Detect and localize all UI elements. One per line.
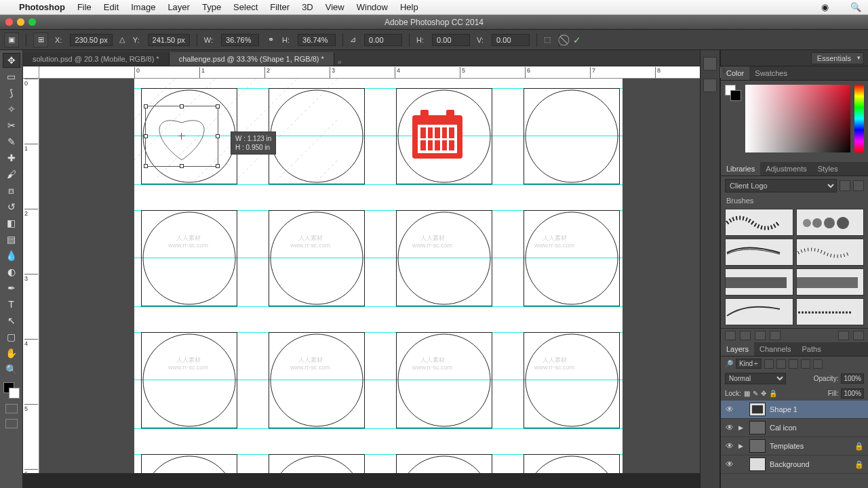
dodge-tool[interactable]: ◐ — [3, 264, 20, 279]
brush-preset-5[interactable] — [725, 268, 793, 296]
color-field[interactable] — [745, 85, 850, 152]
tab-paths[interactable]: Paths — [797, 342, 827, 356]
fill-field[interactable]: 100% — [841, 388, 864, 399]
layer-name[interactable]: Background — [770, 460, 850, 468]
lock-position-icon[interactable]: ✥ — [761, 390, 766, 397]
y-field[interactable]: 241.50 px — [148, 34, 190, 46]
menu-help[interactable]: Help — [400, 2, 418, 12]
brush-preset-6[interactable] — [796, 268, 865, 296]
filter-adjust-icon[interactable] — [776, 359, 786, 369]
x-field[interactable]: 230.50 px — [70, 34, 112, 46]
menu-edit[interactable]: Edit — [104, 2, 119, 12]
blend-mode-dropdown[interactable]: Normal — [725, 373, 786, 384]
menu-filter[interactable]: Filter — [270, 2, 290, 12]
lib-info-icon[interactable] — [838, 331, 849, 340]
brush-preset-1[interactable] — [725, 209, 793, 236]
filter-shape-icon[interactable] — [801, 359, 810, 369]
gradient-tool[interactable]: ▤ — [3, 232, 20, 247]
reference-point-icon[interactable]: ⊞ — [33, 33, 48, 47]
brush-preset-7[interactable] — [725, 298, 793, 325]
delta-icon[interactable]: △ — [119, 35, 125, 44]
menu-3d[interactable]: 3D — [302, 2, 313, 12]
stamp-tool[interactable]: ⧈ — [3, 183, 20, 198]
menu-app[interactable]: Photoshop — [19, 2, 65, 12]
lib-add-char-icon[interactable] — [740, 331, 751, 340]
blur-tool[interactable]: 💧 — [3, 248, 20, 263]
canvas-viewport[interactable]: www.rr-sc.com — [39, 79, 700, 473]
opacity-field[interactable]: 100% — [841, 373, 864, 384]
tab-overflow-icon[interactable]: » — [334, 58, 345, 66]
magic-wand-tool[interactable]: ✧ — [3, 102, 20, 117]
hue-slider[interactable] — [854, 85, 864, 152]
lib-add-color-icon[interactable] — [755, 331, 766, 340]
transform-tool-icon[interactable]: ▣ — [4, 33, 19, 47]
layer-thumbnail[interactable] — [749, 458, 766, 471]
layer-name[interactable]: Cal icon — [770, 424, 864, 432]
layer-row[interactable]: 👁▶Templates🔒 — [721, 437, 868, 455]
library-dropdown[interactable]: Client Logo — [725, 179, 837, 192]
healing-tool[interactable]: ✚ — [3, 150, 20, 165]
layer-filter-kind[interactable]: Kind ÷ — [736, 359, 762, 369]
zoom-tool[interactable]: 🔍 — [3, 362, 20, 377]
h-field[interactable]: 36.74% — [298, 34, 336, 46]
crop-tool[interactable]: ✂ — [3, 118, 20, 133]
pen-tool[interactable]: ✒ — [3, 281, 20, 296]
library-grid-view-button[interactable] — [840, 180, 850, 191]
ruler-vertical[interactable]: 0123456 — [23, 79, 39, 473]
lib-add-layer-icon[interactable] — [770, 331, 781, 340]
tab-solution[interactable]: solution.psd @ 20.3 (Mobile, RGB/8) * — [23, 52, 170, 66]
visibility-toggle[interactable]: 👁 — [725, 460, 734, 469]
ruler-horizontal[interactable]: 0123456789 — [39, 66, 700, 79]
w-field[interactable]: 36.76% — [221, 34, 259, 46]
commit-transform-button[interactable]: ✓ — [573, 35, 581, 45]
marquee-tool[interactable]: ▭ — [3, 69, 20, 84]
quickmask-toggle[interactable] — [5, 404, 18, 413]
lasso-tool[interactable]: ⟆ — [3, 85, 20, 100]
tab-channels[interactable]: Channels — [754, 342, 796, 356]
lock-all-icon[interactable]: 🔒 — [769, 390, 777, 397]
tab-libraries[interactable]: Libraries — [721, 162, 760, 176]
layer-thumbnail[interactable] — [749, 421, 766, 434]
color-fg-bg-chip[interactable] — [725, 85, 741, 101]
visibility-toggle[interactable]: 👁 — [725, 441, 734, 451]
visibility-toggle[interactable]: 👁 — [725, 405, 734, 414]
filter-type-icon[interactable] — [789, 359, 798, 369]
layer-thumbnail[interactable] — [749, 403, 766, 416]
menu-view[interactable]: View — [326, 2, 344, 12]
layer-name[interactable]: Templates — [770, 442, 850, 450]
link-wh-icon[interactable]: ⚭ — [266, 35, 275, 44]
ruler-origin[interactable] — [23, 66, 39, 79]
library-list-view-button[interactable] — [853, 180, 864, 191]
collapsed-panel-1[interactable] — [703, 57, 717, 70]
collapsed-panel-2[interactable] — [703, 79, 717, 92]
brush-preset-8[interactable] — [796, 298, 865, 325]
layer-thumbnail[interactable] — [749, 439, 766, 453]
layer-row[interactable]: 👁Background🔒 — [721, 455, 868, 474]
skew-h-field[interactable]: 0.00 — [432, 34, 470, 46]
interpolation-icon[interactable]: ⬚ — [544, 35, 551, 44]
move-tool[interactable]: ✥ — [3, 53, 20, 68]
visibility-toggle[interactable]: 👁 — [725, 423, 734, 432]
lock-pixels-icon[interactable]: ✎ — [753, 390, 758, 397]
menu-layer[interactable]: Layer — [167, 2, 190, 12]
layer-row[interactable]: 👁▶Cal icon — [721, 419, 868, 437]
menu-window[interactable]: Window — [357, 2, 388, 12]
brush-preset-4[interactable] — [796, 239, 865, 266]
brush-preset-2[interactable] — [796, 209, 865, 236]
color-swatches[interactable] — [3, 382, 20, 399]
menu-type[interactable]: Type — [202, 2, 221, 12]
path-select-tool[interactable]: ↖ — [3, 313, 20, 328]
angle-field[interactable]: 0.00 — [364, 34, 402, 46]
lock-transparency-icon[interactable]: ▦ — [744, 390, 750, 397]
workspace-dropdown[interactable]: Essentials — [811, 52, 864, 64]
history-brush-tool[interactable]: ↺ — [3, 199, 20, 214]
tab-styles[interactable]: Styles — [812, 162, 844, 176]
hand-tool[interactable]: ✋ — [3, 346, 20, 361]
menu-image[interactable]: Image — [131, 2, 155, 12]
eyedropper-tool[interactable]: ✎ — [3, 134, 20, 149]
filter-pixel-icon[interactable] — [764, 359, 774, 369]
search-icon[interactable]: 🔍 — [850, 2, 861, 12]
menu-select[interactable]: Select — [233, 2, 258, 12]
lib-trash-icon[interactable] — [853, 331, 864, 340]
tab-swatches[interactable]: Swatches — [749, 66, 793, 80]
